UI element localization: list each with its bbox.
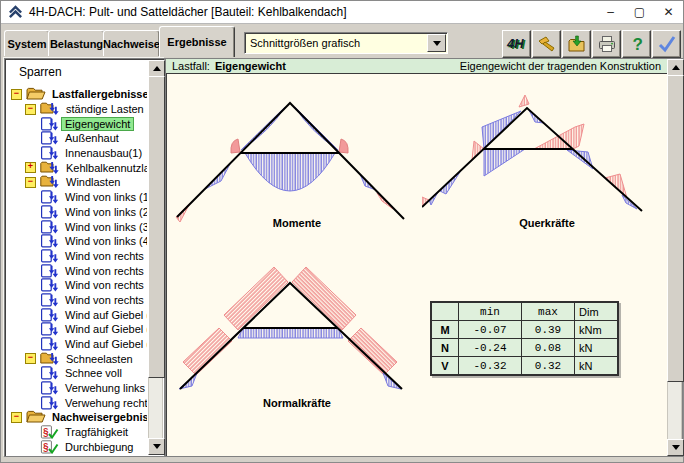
tree-item-icon: [39, 337, 59, 351]
tree-item-icon: [39, 293, 59, 307]
tree-item-icon: [39, 249, 59, 263]
tree-item[interactable]: Wind von links (1): [7, 190, 147, 205]
tree-item[interactable]: Wind auf Giebel (2): [7, 322, 147, 337]
tree-item[interactable]: Wind auf Giebel (3): [7, 337, 147, 352]
tree-item[interactable]: Tragfähigkeit: [7, 425, 147, 440]
results-panel: Lastfall: Eigengewicht Eigengewicht der …: [165, 58, 683, 457]
table-row: V -0.32 0.32 kN: [431, 357, 618, 376]
svg-text:?: ?: [632, 35, 642, 54]
tree-item[interactable]: − Schneelasten: [7, 351, 147, 366]
checkmark-icon: [657, 34, 677, 54]
app-window: 4H-DACH: Pult- und Satteldächer [Bauteil…: [0, 0, 684, 463]
tree-item[interactable]: Wind von links (3): [7, 219, 147, 234]
tree-item[interactable]: + Kehlbalkennutzlast: [7, 160, 147, 175]
tree-expander[interactable]: −: [11, 89, 22, 100]
unit-N: kN: [575, 339, 619, 357]
tree-item-label: Wind von links (1): [62, 191, 147, 203]
tree-scroll-down-button[interactable]: [148, 438, 165, 455]
tree-item-icon: [39, 205, 59, 219]
table-row: M -0.07 0.39 kNm: [431, 321, 618, 339]
tree-item-icon: [40, 352, 60, 366]
normalkraefte-label: Normalkräfte: [172, 397, 422, 409]
tree-item-icon: [39, 366, 59, 380]
tree-item[interactable]: Verwehung rechts: [7, 395, 147, 410]
tree-expander[interactable]: −: [25, 104, 36, 115]
main-scroll-down-button[interactable]: [667, 439, 684, 456]
querkraefte-diagram: Querkräfte: [422, 89, 672, 239]
value-M-max: 0.39: [522, 321, 575, 339]
tree-item-icon: [39, 117, 59, 131]
value-N-max: 0.08: [522, 339, 575, 357]
tree-item[interactable]: Außenhaut: [7, 131, 147, 146]
tree-item[interactable]: Wind von rechts (4): [7, 293, 147, 308]
tab-belastung[interactable]: Belastung: [48, 30, 105, 56]
value-M-min: -0.07: [459, 321, 522, 339]
tools-button[interactable]: [532, 30, 561, 58]
tree-expander[interactable]: −: [25, 353, 36, 364]
tree-item-icon: [39, 381, 59, 395]
help-button[interactable]: ?: [622, 30, 651, 58]
tree-item-icon: [39, 264, 59, 278]
tree-item-label: Schneelasten: [63, 353, 136, 365]
momente-label: Momente: [172, 217, 422, 229]
tree-item-label: Durchbiegung: [62, 441, 137, 453]
tree-item-label: ständige Lasten: [63, 103, 147, 115]
main-scroll-up-button[interactable]: [667, 59, 684, 76]
main-scrollbar[interactable]: [667, 59, 682, 456]
tree-item[interactable]: Verwehung links: [7, 381, 147, 396]
import-button[interactable]: [562, 30, 591, 58]
result-view-select-value: Schnittgrößen grafisch: [245, 37, 427, 49]
tree-item-icon: [40, 102, 60, 116]
confirm-button[interactable]: [652, 30, 681, 58]
tree-item-icon: [40, 161, 60, 175]
tree-item[interactable]: Wind von links (4): [7, 234, 147, 249]
tab-ergebnisse[interactable]: Ergebnisse: [159, 26, 235, 57]
maximize-button[interactable]: ▢: [625, 1, 654, 23]
tree-item-icon: [26, 410, 46, 424]
tree-item-label: Nachweisergebnisse: [49, 411, 147, 423]
tree-item[interactable]: Wind von rechts (2): [7, 263, 147, 278]
tree-item-icon: [39, 322, 59, 336]
app-4h-button[interactable]: 4H 4H: [502, 30, 531, 58]
tree-expander[interactable]: −: [25, 177, 36, 188]
tree-item-label: Wind auf Giebel (3): [62, 338, 147, 350]
tree-item[interactable]: − ständige Lasten: [7, 102, 147, 117]
print-button[interactable]: [592, 30, 621, 58]
sparren-tree-panel: Sparren − Lastfallergebnisse − ständige …: [4, 58, 165, 457]
loadcase-prefix: Lastfall:: [172, 60, 210, 72]
tree-scrollbar-thumb[interactable]: [148, 76, 165, 378]
tree-item[interactable]: Wind von links (2): [7, 205, 147, 220]
tree-item-label: Außenhaut: [62, 132, 122, 144]
tree-expander[interactable]: −: [11, 412, 22, 423]
tree-item[interactable]: Wind von rechts (3): [7, 278, 147, 293]
tree-item-icon: [39, 131, 59, 145]
tab-nachweise[interactable]: Nachweise: [103, 30, 160, 56]
tree-item[interactable]: Wind von rechts (1): [7, 249, 147, 264]
app-logo-icon: [8, 5, 23, 20]
tree-item-icon: [40, 175, 60, 189]
tree-item[interactable]: Durchbiegung: [7, 440, 147, 455]
tree-item[interactable]: Eigengewicht: [7, 116, 147, 131]
tree-item[interactable]: Schnee voll: [7, 366, 147, 381]
minimize-button[interactable]: –: [596, 1, 625, 23]
tree-item[interactable]: − Windlasten: [7, 175, 147, 190]
tree-expander[interactable]: +: [25, 162, 36, 173]
tree-item-label: Verwehung links: [62, 382, 147, 394]
main-scrollbar-thumb[interactable]: [667, 75, 684, 382]
tree-item-label: Innenausbau(1): [62, 147, 145, 159]
tree-item[interactable]: − Lastfallergebnisse: [7, 87, 147, 102]
tree-scrollbar[interactable]: [148, 60, 163, 455]
dropdown-arrow-button[interactable]: [427, 34, 446, 52]
tree-item[interactable]: Innenausbau(1): [7, 146, 147, 161]
tree-item-label: Lastfallergebnisse: [49, 88, 147, 100]
close-button[interactable]: ✕: [654, 1, 683, 23]
tab-system[interactable]: System: [4, 30, 50, 56]
triangle-down-icon: [672, 445, 680, 450]
tree-scroll-up-button[interactable]: [148, 60, 165, 77]
tree-item[interactable]: Wind auf Giebel (1): [7, 307, 147, 322]
tree-item[interactable]: − Nachweisergebnisse: [7, 410, 147, 425]
tree-item-label: Schnee voll: [62, 367, 125, 379]
window-title: 4H-DACH: Pult- und Satteldächer [Bauteil…: [29, 5, 347, 19]
result-view-select[interactable]: Schnittgrößen grafisch: [244, 32, 448, 54]
tree-item-label: Wind von links (2): [62, 206, 147, 218]
